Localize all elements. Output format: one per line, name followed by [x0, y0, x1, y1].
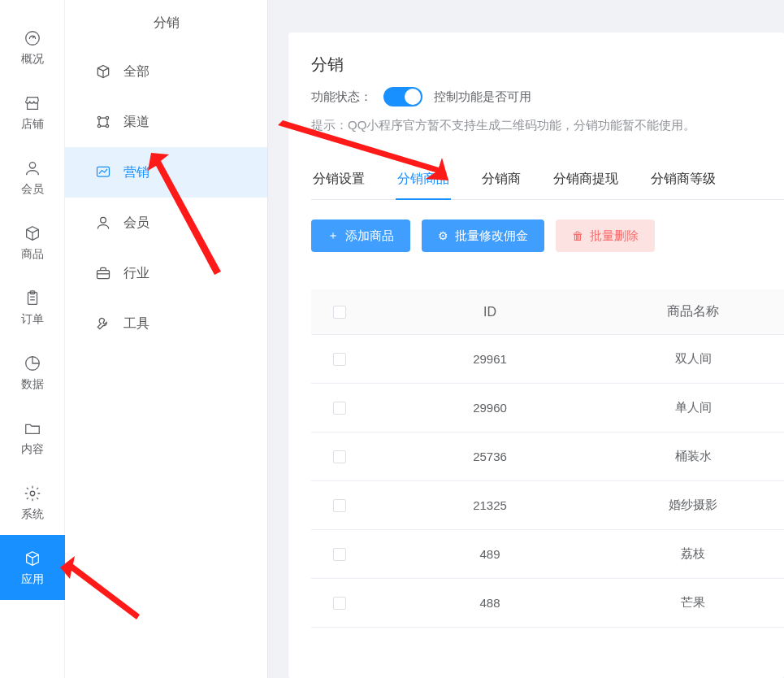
nav-system[interactable]: 系统 [0, 470, 65, 535]
cell-name: 婚纱摄影 [612, 498, 784, 513]
svg-point-11 [97, 124, 100, 127]
table-row: 29960 单人间 [311, 384, 784, 432]
sec-item-member[interactable]: 会员 [65, 198, 267, 248]
th-id: ID [368, 305, 612, 319]
row-checkbox[interactable] [333, 402, 346, 415]
gear-icon: ⚙ [438, 229, 448, 242]
nav-overview[interactable]: 概况 [0, 15, 65, 80]
nav-shop[interactable]: 店铺 [0, 80, 65, 145]
svg-point-8 [30, 491, 35, 496]
tab-settings[interactable]: 分销设置 [311, 163, 366, 199]
nav-label: 系统 [21, 507, 44, 522]
cell-id: 29961 [368, 352, 612, 366]
cell-name: 双人间 [612, 351, 784, 367]
section: 分销设置 分销商品 分销商 分销商提现 分销商等级 ＋ 添加商品 ⚙ 批量修改佣… [311, 163, 784, 628]
briefcase-icon [94, 264, 112, 282]
feature-switch[interactable] [383, 87, 422, 106]
btn-label: 批量修改佣金 [455, 228, 528, 244]
tip-row: 提示：QQ小程序官方暂不支持生成二维码功能，分销功能暂不能使用。 [311, 118, 784, 133]
nav-order[interactable]: 订单 [0, 275, 65, 340]
status-row: 功能状态： 控制功能是否可用 [311, 87, 784, 106]
tab-goods[interactable]: 分销商品 [396, 163, 451, 199]
nav-label: 商品 [21, 247, 44, 262]
dashboard-icon [23, 28, 42, 48]
nav-label: 会员 [21, 182, 44, 197]
tab-levels[interactable]: 分销商等级 [649, 163, 717, 199]
status-label: 功能状态： [311, 89, 372, 105]
nav-apps[interactable]: 应用 [0, 535, 65, 600]
nav-label: 店铺 [21, 117, 44, 132]
table-row: 489 荔枝 [311, 530, 784, 579]
sec-item-label: 会员 [123, 215, 149, 232]
btn-label: 添加商品 [345, 228, 394, 244]
box-icon [23, 224, 42, 243]
table-row: 25736 桶装水 [311, 432, 784, 481]
shop-icon [23, 93, 42, 113]
cell-id: 21325 [368, 498, 612, 512]
row-checkbox[interactable] [333, 548, 346, 561]
nav-goods[interactable]: 商品 [0, 210, 65, 275]
sec-item-marketing[interactable]: 营销 [65, 147, 267, 198]
trash-icon: 🗑 [572, 229, 583, 242]
svg-point-12 [106, 124, 108, 127]
cell-name: 芒果 [612, 595, 784, 611]
th-name: 商品名称 [612, 303, 784, 320]
nav-label: 应用 [21, 572, 44, 587]
cube-icon [23, 549, 42, 568]
piechart-icon [23, 354, 42, 373]
btn-label: 批量删除 [590, 228, 639, 244]
nav-data[interactable]: 数据 [0, 340, 65, 405]
svg-point-2 [29, 162, 35, 167]
page: 分销 功能状态： 控制功能是否可用 提示：QQ小程序官方暂不支持生成二维码功能，… [288, 33, 784, 678]
svg-rect-15 [97, 271, 110, 279]
clipboard-icon [23, 289, 42, 308]
wrench-icon [94, 315, 112, 332]
table-row: 29961 双人间 [311, 335, 784, 384]
tip-text: QQ小程序官方暂不支持生成二维码功能，分销功能暂不能使用。 [348, 118, 695, 132]
svg-point-14 [101, 217, 106, 223]
select-all-checkbox[interactable] [333, 306, 346, 319]
sec-item-tools[interactable]: 工具 [65, 298, 267, 349]
row-checkbox[interactable] [333, 597, 346, 610]
svg-point-10 [106, 116, 108, 119]
sidebar-secondary: 分销 全部 渠道 营销 会员 [65, 0, 268, 678]
nav-label: 内容 [21, 442, 44, 457]
bulk-delete-button[interactable]: 🗑 批量删除 [556, 219, 655, 252]
share-icon [94, 113, 112, 131]
sec-item-industry[interactable]: 行业 [65, 248, 267, 298]
main: 分销 功能状态： 控制功能是否可用 提示：QQ小程序官方暂不支持生成二维码功能，… [268, 0, 784, 678]
sec-item-label: 全部 [123, 63, 149, 80]
button-row: ＋ 添加商品 ⚙ 批量修改佣金 🗑 批量删除 [311, 219, 784, 252]
chart-icon [94, 163, 112, 181]
plus-icon: ＋ [327, 228, 339, 243]
nav-member[interactable]: 会员 [0, 145, 65, 210]
nav-label: 概况 [21, 52, 44, 67]
sidebar-primary: 概况 店铺 会员 商品 订单 [0, 0, 65, 678]
status-hint: 控制功能是否可用 [434, 89, 531, 105]
nav-content[interactable]: 内容 [0, 405, 65, 470]
row-checkbox[interactable] [333, 450, 346, 463]
sec-item-label: 营销 [123, 164, 149, 181]
row-checkbox[interactable] [333, 499, 346, 512]
table-row: 488 芒果 [311, 579, 784, 628]
cell-id: 488 [368, 596, 612, 610]
table-row: 21325 婚纱摄影 [311, 481, 784, 530]
sec-item-label: 行业 [123, 265, 149, 282]
user-icon [23, 159, 42, 178]
svg-point-9 [97, 116, 100, 119]
bulk-commission-button[interactable]: ⚙ 批量修改佣金 [422, 219, 544, 252]
tab-distributors[interactable]: 分销商 [480, 163, 522, 199]
sec-item-channel[interactable]: 渠道 [65, 97, 267, 147]
cell-id: 25736 [368, 450, 612, 463]
cell-id: 489 [368, 547, 612, 561]
cell-name: 荔枝 [612, 546, 784, 562]
sec-item-all[interactable]: 全部 [65, 46, 267, 97]
tab-withdraw[interactable]: 分销商提现 [552, 163, 620, 199]
nav-label: 数据 [21, 377, 44, 392]
cell-id: 29960 [368, 401, 612, 415]
add-goods-button[interactable]: ＋ 添加商品 [311, 219, 410, 252]
goods-table: ID 商品名称 29961 双人间 29960 单人间 [311, 289, 784, 628]
box-icon [94, 63, 112, 80]
secondary-title: 分销 [65, 5, 267, 46]
row-checkbox[interactable] [333, 353, 346, 366]
